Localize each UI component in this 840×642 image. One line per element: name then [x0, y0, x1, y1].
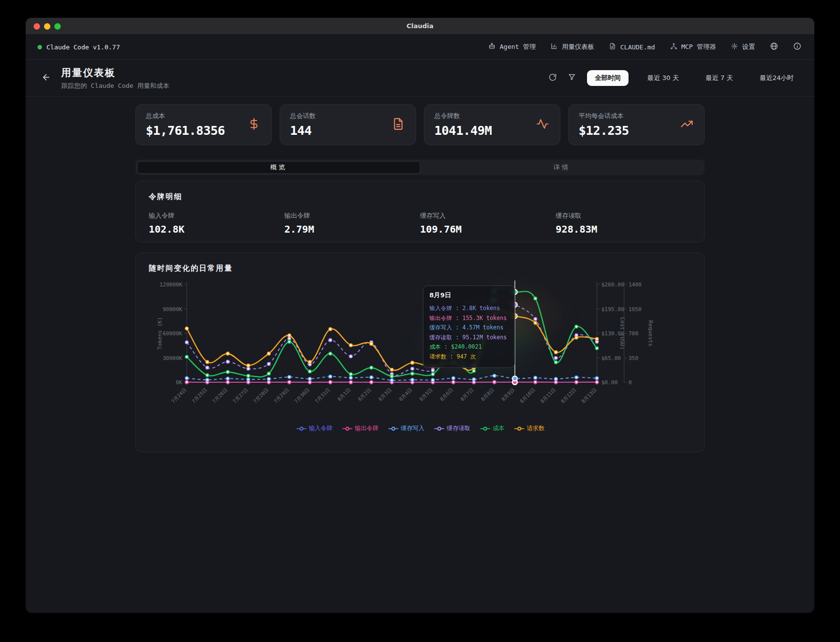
app-brand: Claude Code v1.0.77: [38, 43, 120, 51]
page-header: 用量仪表板 跟踪您的 Claude Code 用量和成本 全部时间 最近 30 …: [26, 60, 814, 97]
svg-text:7月30日: 7月30日: [294, 387, 311, 404]
stat-value: $1,761.8356: [146, 123, 261, 138]
svg-text:7月25日: 7月25日: [191, 387, 208, 404]
svg-text:$65.00: $65.00: [601, 355, 621, 361]
info-icon: [793, 42, 801, 52]
tooltip-row-4: 成本 : $240.0021: [429, 342, 508, 352]
status-dot-icon: [38, 45, 42, 49]
svg-text:60000K: 60000K: [163, 330, 182, 337]
stat-label: 总成本: [146, 112, 261, 120]
stat-card-total-sessions: 总会话数 144: [280, 104, 416, 145]
nav-settings[interactable]: 设置: [731, 42, 755, 51]
filter-icon: [568, 73, 576, 83]
trending-up-icon: [680, 118, 693, 132]
filter-last-30-days[interactable]: 最近 30 天: [639, 70, 687, 86]
svg-text:8月7日: 8月7日: [460, 387, 474, 402]
page-subtitle: 跟踪您的 Claude Code 用量和成本: [61, 81, 169, 90]
token-stat-cache-write: 缓存写入 109.76M: [420, 211, 556, 235]
language-globe-button[interactable]: [770, 42, 778, 52]
nav-mcp-manager[interactable]: MCP 管理器: [670, 42, 716, 51]
tooltip-row-3: 缓存读取 : 95.12M tokens: [429, 333, 508, 343]
token-breakdown-title: 令牌明细: [149, 192, 691, 201]
bar-chart-icon: [550, 42, 558, 51]
svg-text:$260.00: $260.00: [601, 281, 624, 288]
menubar: Claude Code v1.0.77 Agent 管理 用量仪表板 CLAUD…: [26, 35, 814, 60]
legend-item-3[interactable]: 缓存读取: [434, 424, 470, 433]
zoom-button[interactable]: [54, 23, 61, 30]
svg-text:7月27日: 7月27日: [232, 387, 249, 404]
token-breakdown-panel: 令牌明细 输入令牌 102.8K 输出令牌 2.79M 缓存写入 109.76M…: [135, 181, 705, 242]
nav-agent-manager[interactable]: Agent 管理: [488, 42, 536, 51]
stat-label: 总会话数: [290, 112, 406, 120]
daily-usage-panel: 随时间变化的日常用量 0K30000K60000K90000K120000KTo…: [135, 252, 705, 452]
tooltip-date: 8月9日: [429, 291, 508, 300]
tab-details[interactable]: 详情: [420, 161, 703, 174]
filter-last-24-hours[interactable]: 最近24小时: [752, 70, 801, 86]
svg-text:8月3日: 8月3日: [378, 387, 392, 402]
svg-text:Tokens (K): Tokens (K): [157, 317, 163, 350]
svg-text:8月4日: 8月4日: [398, 387, 413, 402]
titlebar: Claudia: [26, 18, 814, 35]
svg-text:8月10日: 8月10日: [519, 387, 536, 404]
svg-text:90000K: 90000K: [163, 306, 182, 313]
stat-value: $12.235: [579, 123, 694, 138]
svg-text:7月29日: 7月29日: [273, 387, 290, 404]
view-tabs: 概览 详情: [135, 160, 705, 175]
info-button[interactable]: [793, 42, 801, 52]
page-title: 用量仪表板: [61, 66, 169, 80]
stat-label: 平均每会话成本: [579, 112, 694, 120]
legend-item-4[interactable]: 成本: [480, 424, 504, 433]
filter-last-7-days[interactable]: 最近 7 天: [698, 70, 741, 86]
token-stat-cache-read: 缓存读取 928.83M: [556, 211, 692, 235]
file-icon: [609, 42, 616, 51]
svg-text:8月13日: 8月13日: [581, 387, 598, 404]
legend-item-2[interactable]: 缓存写入: [388, 424, 424, 433]
svg-text:8月8日: 8月8日: [480, 387, 495, 402]
svg-text:8月12日: 8月12日: [560, 387, 577, 404]
stat-card-avg-cost-per-session: 平均每会话成本 $12.235: [568, 104, 705, 145]
legend-item-1[interactable]: 输出令牌: [342, 424, 378, 433]
token-stat-input: 输入令牌 102.8K: [149, 211, 285, 235]
chart-title: 随时间变化的日常用量: [149, 264, 704, 273]
svg-text:7月31日: 7月31日: [314, 387, 331, 404]
app-window: Claudia Claude Code v1.0.77 Agent 管理 用量仪…: [26, 18, 814, 613]
nav-claude-md[interactable]: CLAUDE.md: [609, 42, 655, 51]
close-button[interactable]: [34, 23, 40, 30]
svg-text:1050: 1050: [629, 306, 642, 313]
svg-text:7月26日: 7月26日: [211, 387, 229, 404]
tooltip-row-5: 请求数 : 947 次: [429, 352, 508, 362]
chart-legend: 输入令牌输出令牌缓存写入缓存读取成本请求数: [136, 424, 705, 433]
legend-item-0[interactable]: 输入令牌: [296, 424, 333, 433]
brand-label: Claude Code v1.0.77: [46, 43, 120, 51]
tab-overview[interactable]: 概览: [137, 161, 420, 174]
svg-text:0K: 0K: [176, 379, 183, 386]
filter-button[interactable]: [568, 73, 576, 83]
stat-value: 144: [290, 123, 406, 138]
stat-card-total-cost: 总成本 $1,761.8356: [135, 104, 272, 145]
minimize-button[interactable]: [44, 23, 50, 30]
refresh-icon: [548, 73, 557, 83]
gear-icon: [731, 42, 738, 51]
dollar-icon: [248, 118, 260, 132]
chart-tooltip: 8月9日 输入令牌 : 2.8K tokens输出令牌 : 155.3K tok…: [423, 285, 515, 368]
token-stat-output: 输出令牌 2.79M: [285, 211, 420, 235]
file-text-icon: [392, 118, 405, 132]
usage-chart[interactable]: 0K30000K60000K90000K120000KTokens (K)7月2…: [136, 276, 705, 424]
globe-icon: [770, 42, 778, 52]
filter-all-time[interactable]: 全部时间: [587, 70, 629, 86]
tooltip-row-2: 缓存写入 : 4.57M tokens: [429, 323, 508, 333]
activity-icon: [536, 118, 549, 132]
robot-icon: [488, 42, 496, 51]
refresh-button[interactable]: [548, 73, 557, 83]
nav-usage-dashboard[interactable]: 用量仪表板: [550, 42, 594, 51]
arrow-left-icon: [42, 73, 51, 84]
svg-text:8月5日: 8月5日: [419, 387, 433, 402]
svg-text:7月24日: 7月24日: [170, 387, 188, 404]
svg-text:30000K: 30000K: [163, 355, 182, 361]
svg-text:8月11日: 8月11日: [540, 387, 557, 404]
tooltip-row-1: 输出令牌 : 155.3K tokens: [429, 314, 508, 323]
stat-cards: 总成本 $1,761.8356 总会话数 144 总令牌数 1041.49M 平…: [135, 104, 705, 145]
back-button[interactable]: [38, 70, 54, 86]
legend-item-5[interactable]: 请求数: [514, 424, 545, 433]
svg-text:120000K: 120000K: [160, 281, 183, 288]
